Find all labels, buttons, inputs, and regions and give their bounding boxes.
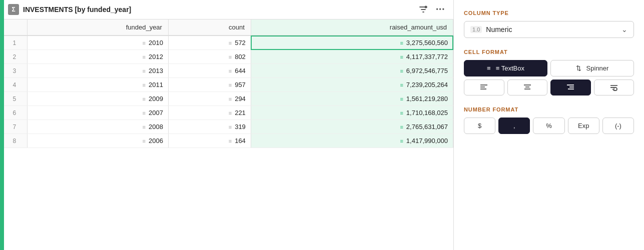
number-format-row: $ , % Exp (-) xyxy=(464,118,634,134)
dollar-button[interactable]: $ xyxy=(464,118,495,134)
comma-label: , xyxy=(513,122,515,130)
column-type-label: COLUMN TYPE xyxy=(464,10,634,16)
table-row: 8≡2006≡164≡1,417,990,000 xyxy=(2,134,453,148)
more-dots: ••• xyxy=(436,6,445,13)
raised-filter-icon[interactable]: ≡ xyxy=(400,96,403,102)
col-header-index xyxy=(2,20,27,36)
cell-year-value: 2007 xyxy=(149,109,163,116)
textbox-button[interactable]: ≡ ≡ TextBox xyxy=(464,60,547,76)
cell-year-value: 2012 xyxy=(149,53,163,60)
cell-count: ≡572 xyxy=(168,36,251,50)
textbox-lines-icon: ≡ xyxy=(487,64,491,72)
align-row xyxy=(464,80,634,96)
count-filter-icon[interactable]: ≡ xyxy=(229,124,232,130)
cell-funded-year: ≡2010 xyxy=(27,36,168,50)
cell-raised-value: 1,561,219,280 xyxy=(406,95,448,102)
exp-label: Exp xyxy=(578,122,589,130)
cell-year-value: 2011 xyxy=(149,81,163,88)
count-filter-icon[interactable]: ≡ xyxy=(229,68,232,74)
cell-year-value: 2008 xyxy=(149,123,163,130)
row-filter-icon[interactable]: ≡ xyxy=(143,96,146,102)
column-type-dropdown[interactable]: 1.0 Numeric ⌄ xyxy=(464,21,634,38)
cell-raised-amount: ≡2,765,631,067 xyxy=(251,120,453,134)
count-filter-icon[interactable]: ≡ xyxy=(229,138,232,144)
col-header-funded-year[interactable]: funded_year xyxy=(27,20,168,36)
cell-format-label: CELL FORMAT xyxy=(464,49,634,55)
align-center-button[interactable] xyxy=(507,80,548,96)
cell-funded-year: ≡2009 xyxy=(27,92,168,106)
filter-dot xyxy=(425,6,427,8)
column-type-value: Numeric xyxy=(486,26,617,34)
cell-count: ≡957 xyxy=(168,78,251,92)
row-index: 8 xyxy=(2,134,27,148)
row-index: 5 xyxy=(2,92,27,106)
count-filter-icon[interactable]: ≡ xyxy=(229,54,232,60)
row-filter-icon[interactable]: ≡ xyxy=(143,138,146,144)
count-filter-icon[interactable]: ≡ xyxy=(229,110,232,116)
cell-raised-amount: ≡7,239,205,264 xyxy=(251,78,453,92)
row-filter-icon[interactable]: ≡ xyxy=(143,124,146,130)
raised-filter-icon[interactable]: ≡ xyxy=(400,54,403,60)
header-actions: ••• xyxy=(417,4,447,15)
align-wrap-button[interactable] xyxy=(594,80,634,96)
cell-count: ≡221 xyxy=(168,106,251,120)
row-filter-icon[interactable]: ≡ xyxy=(143,68,146,74)
table-container: funded_year count raised_amount_usd 1≡20… xyxy=(2,20,453,250)
table-title: INVESTMENTS [by funded_year] xyxy=(23,6,413,14)
paren-label: (-) xyxy=(615,122,621,130)
number-format-label: NUMBER FORMAT xyxy=(464,106,634,112)
raised-filter-icon[interactable]: ≡ xyxy=(400,82,403,88)
cell-year-value: 2006 xyxy=(149,137,163,144)
cell-funded-year: ≡2007 xyxy=(27,106,168,120)
filter-button[interactable] xyxy=(417,4,430,15)
cell-count-value: 802 xyxy=(235,53,246,60)
align-right-button[interactable] xyxy=(550,80,591,96)
table-row: 6≡2007≡221≡1,710,168,025 xyxy=(2,106,453,120)
dollar-label: $ xyxy=(478,122,481,130)
row-filter-icon[interactable]: ≡ xyxy=(143,110,146,116)
spinner-button[interactable]: ⇅ Spinner xyxy=(550,60,634,76)
spinner-arrows-icon: ⇅ xyxy=(576,64,581,72)
table-row: 5≡2009≡294≡1,561,219,280 xyxy=(2,92,453,106)
cell-count-value: 294 xyxy=(235,95,246,102)
cell-raised-amount: ≡1,561,219,280 xyxy=(251,92,453,106)
count-filter-icon[interactable]: ≡ xyxy=(229,82,232,88)
row-filter-icon[interactable]: ≡ xyxy=(143,82,146,88)
count-filter-icon[interactable]: ≡ xyxy=(229,40,232,46)
count-filter-icon[interactable]: ≡ xyxy=(229,96,232,102)
row-filter-icon[interactable]: ≡ xyxy=(143,54,146,60)
cell-count-value: 572 xyxy=(235,39,246,46)
cell-count-value: 319 xyxy=(235,123,246,130)
percent-button[interactable]: % xyxy=(533,118,564,134)
cell-raised-value: 1,710,168,025 xyxy=(406,109,448,116)
cell-count: ≡319 xyxy=(168,120,251,134)
align-left-button[interactable] xyxy=(464,80,504,96)
data-table: funded_year count raised_amount_usd 1≡20… xyxy=(2,20,453,148)
table-header-bar: Σ INVESTMENTS [by funded_year] ••• xyxy=(2,0,453,20)
col-header-count[interactable]: count xyxy=(168,20,251,36)
row-filter-icon[interactable]: ≡ xyxy=(143,40,146,46)
chevron-down-icon: ⌄ xyxy=(621,26,627,34)
row-index: 2 xyxy=(2,50,27,64)
row-index: 7 xyxy=(2,120,27,134)
raised-filter-icon[interactable]: ≡ xyxy=(400,124,403,130)
table-row: 7≡2008≡319≡2,765,631,067 xyxy=(2,120,453,134)
cell-year-value: 2013 xyxy=(149,67,163,74)
raised-filter-icon[interactable]: ≡ xyxy=(400,68,403,74)
paren-button[interactable]: (-) xyxy=(602,118,634,134)
comma-button[interactable]: , xyxy=(498,118,530,134)
cell-count-value: 164 xyxy=(235,137,246,144)
table-header-row: funded_year count raised_amount_usd xyxy=(2,20,453,36)
align-right-icon xyxy=(566,84,574,91)
raised-filter-icon[interactable]: ≡ xyxy=(400,110,403,116)
cell-raised-amount: ≡6,972,546,775 xyxy=(251,64,453,78)
more-options-button[interactable]: ••• xyxy=(434,5,447,14)
exp-button[interactable]: Exp xyxy=(568,118,599,134)
table-row: 2≡2012≡802≡4,117,337,772 xyxy=(2,50,453,64)
raised-filter-icon[interactable]: ≡ xyxy=(400,40,403,46)
cell-count-value: 644 xyxy=(235,67,246,74)
align-center-icon xyxy=(523,84,531,91)
col-header-raised[interactable]: raised_amount_usd xyxy=(251,20,453,36)
raised-filter-icon[interactable]: ≡ xyxy=(400,138,403,144)
column-type-section: COLUMN TYPE 1.0 Numeric ⌄ xyxy=(464,10,634,38)
